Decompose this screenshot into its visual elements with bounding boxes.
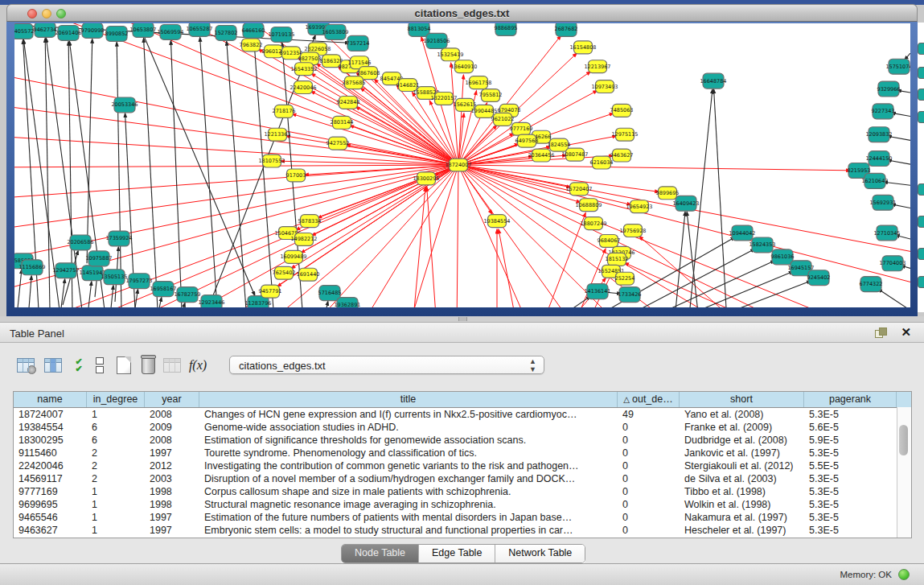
table-cell[interactable]: 5.3E-5 (804, 511, 897, 524)
table-cell[interactable]: 19384554 (14, 421, 87, 434)
table-cell[interactable]: Changes of HCN gene expression and I(f) … (199, 408, 618, 421)
graph-edge[interactable] (413, 187, 425, 307)
table-cell[interactable]: 2009 (145, 421, 199, 434)
graph-edge[interactable] (499, 229, 517, 307)
table-cell[interactable]: 0 (618, 472, 680, 485)
table-row[interactable]: 977716911998Corpus callosum shape and si… (14, 485, 911, 498)
table-cell[interactable]: 49 (618, 408, 680, 421)
table-cell[interactable]: 1998 (145, 485, 199, 498)
graph-edge[interactable] (714, 90, 726, 307)
table-row[interactable]: 946362711997Embryonic stem cells: a mode… (14, 524, 911, 537)
table-cell[interactable]: 9115460 (14, 447, 87, 459)
close-panel-icon[interactable]: ✕ (901, 325, 911, 340)
graph-edge[interactable] (630, 261, 774, 307)
divider-grip-icon[interactable] (458, 317, 467, 321)
table-cell[interactable]: 5.3E-5 (804, 524, 897, 537)
table-cell[interactable]: 5.3E-5 (804, 408, 897, 421)
table-cell[interactable]: 2 (87, 459, 145, 472)
table-cell[interactable]: 5.3E-5 (804, 447, 897, 459)
table-cell[interactable]: 2 (87, 447, 145, 459)
network-window-titlebar[interactable]: citations_edges.txt (6, 4, 918, 22)
graph-edge[interactable] (87, 39, 92, 263)
table-cell[interactable]: 0 (618, 511, 680, 524)
graph-edge[interactable] (14, 135, 458, 165)
graph-edge[interactable] (45, 39, 50, 307)
graph-edge[interactable] (144, 39, 158, 307)
table-cell[interactable]: 0 (618, 485, 680, 498)
table-cell[interactable]: 1998 (145, 498, 199, 511)
table-cell[interactable]: Corpus callosum shape and size in male p… (199, 485, 618, 498)
column-selector-icon[interactable] (42, 354, 64, 377)
vertical-scrollbar[interactable] (897, 407, 911, 538)
import-table-icon[interactable] (161, 354, 183, 377)
table-cell[interactable]: 5.5E-5 (804, 459, 897, 472)
table-cell[interactable]: Tibbo et al. (1998) (680, 485, 804, 498)
network-graph[interactable]: 2405572946273420691406979099889908521065… (14, 23, 910, 307)
table-cell[interactable]: 6 (87, 434, 145, 447)
graph-edge[interactable] (183, 303, 185, 307)
column-header-short[interactable]: short (680, 392, 804, 407)
network-canvas[interactable]: 2405572946273420691406979099889908521065… (14, 23, 910, 307)
float-panel-icon[interactable] (875, 328, 887, 338)
graph-edge[interactable] (451, 64, 458, 165)
graph-edge[interactable] (111, 286, 113, 307)
table-cell[interactable]: 18724007 (14, 408, 87, 421)
table-settings-icon[interactable] (14, 354, 37, 377)
table-cell[interactable]: 2008 (145, 434, 199, 447)
table-cell[interactable]: 0 (618, 447, 680, 459)
select-all-icon[interactable]: ✔✔ (68, 354, 90, 377)
table-cell[interactable]: Structural magnetic resonance image aver… (199, 498, 618, 511)
table-cell[interactable]: 22420046 (14, 459, 87, 472)
table-cell[interactable]: Dudbridge et al. (2008) (680, 434, 804, 447)
table-cell[interactable]: Jankovic et al. (1997) (680, 447, 804, 459)
column-header-title[interactable]: title (199, 392, 618, 407)
table-cell[interactable]: 0 (618, 459, 680, 472)
graph-edge[interactable] (360, 165, 458, 307)
table-cell[interactable]: 0 (618, 524, 680, 537)
table-row[interactable]: 1456911722003Disruption of a novel membe… (14, 472, 911, 485)
table-cell[interactable]: Stergiakouli et al. (2012) (680, 459, 804, 472)
table-row[interactable]: 1938455462009Genome-wide association stu… (14, 421, 911, 434)
table-cell[interactable]: 18300295 (14, 434, 87, 447)
table-cell[interactable]: Wolkin et al. (1998) (680, 498, 804, 511)
table-cell[interactable]: Hescheler et al. (1997) (680, 524, 804, 537)
column-header-in_degree[interactable]: in_degree (87, 392, 145, 407)
graph-edge[interactable] (326, 302, 328, 307)
table-cell[interactable]: 2003 (145, 472, 199, 485)
tab-network-table[interactable]: Network Table (495, 545, 585, 562)
graph-edge[interactable] (29, 276, 31, 307)
table-cell[interactable]: Estimation of the future numbers of pati… (199, 511, 618, 524)
graph-edge[interactable] (427, 187, 437, 307)
graph-edge[interactable] (88, 282, 92, 307)
table-cell[interactable]: 5.3E-5 (804, 498, 897, 511)
tab-edge-table[interactable]: Edge Table (419, 545, 495, 562)
table-cell[interactable]: 5.9E-5 (804, 434, 897, 447)
table-cell[interactable]: 1997 (145, 511, 199, 524)
column-header-pagerank[interactable]: pagerank (804, 392, 897, 407)
table-cell[interactable]: 6 (87, 421, 145, 434)
table-cell[interactable]: Genome-wide association studies in ADHD. (199, 421, 618, 434)
table-cell[interactable]: Disruption of a novel member of a sodium… (199, 472, 618, 485)
graph-edge[interactable] (457, 165, 458, 307)
table-cell[interactable]: 1 (87, 408, 145, 421)
table-cell[interactable]: Embryonic stem cells: a model to study s… (199, 524, 618, 537)
column-header-out_de[interactable]: △out_de… (618, 392, 680, 407)
table-cell[interactable]: 0 (618, 421, 680, 434)
graph-edge[interactable] (254, 39, 273, 307)
graph-edge[interactable] (878, 289, 907, 307)
table-cell[interactable]: Estimation of significance thresholds fo… (199, 434, 618, 447)
graph-edge[interactable] (690, 281, 811, 307)
graph-edge[interactable] (159, 298, 162, 307)
table-cell[interactable]: Nakamura et al. (1997) (680, 511, 804, 524)
tab-node-table[interactable]: Node Table (342, 545, 419, 562)
graph-edge[interactable] (18, 270, 22, 307)
table-cell[interactable]: Investigating the contribution of common… (199, 459, 618, 472)
graph-edge[interactable] (170, 41, 182, 307)
table-cell[interactable]: Yano et al. (2008) (680, 408, 804, 421)
graph-edge[interactable] (458, 165, 577, 307)
graph-edge[interactable] (458, 76, 463, 165)
table-cell[interactable]: 2008 (145, 408, 199, 421)
graph-edge[interactable] (458, 165, 910, 287)
table-row[interactable]: 911546021997Tourette syndrome. Phenomeno… (14, 447, 911, 459)
graph-edge[interactable] (135, 290, 138, 307)
